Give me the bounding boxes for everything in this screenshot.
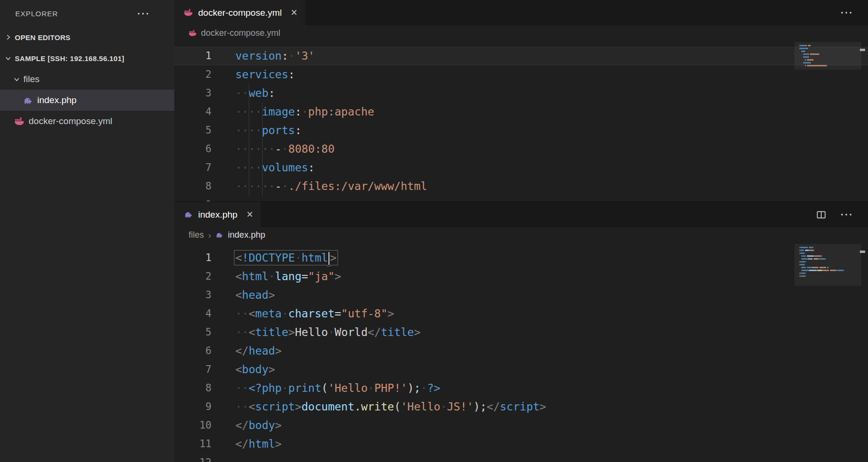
text-cursor bbox=[328, 252, 329, 265]
code-line: 1version:·'3' bbox=[174, 47, 868, 65]
code-line: 11</html> bbox=[174, 435, 868, 453]
chevron-down-icon bbox=[12, 75, 21, 84]
line-number: 9 bbox=[174, 398, 212, 416]
code-line: 12 bbox=[174, 453, 868, 462]
code-line: 7····volumes: bbox=[174, 158, 868, 177]
indent-guide bbox=[249, 84, 249, 196]
tree-item-label: index.php bbox=[37, 95, 76, 105]
line-number: 5 bbox=[174, 323, 212, 342]
workspace-section[interactable]: SAMPLE [SSH: 192.168.56.101] bbox=[0, 48, 174, 69]
line-number: 6 bbox=[174, 140, 212, 158]
tree-item-label: docker-compose.yml bbox=[29, 116, 112, 126]
breadcrumb: docker-compose.yml bbox=[174, 25, 868, 41]
tab-docker-compose-yml[interactable]: docker-compose.yml × bbox=[174, 0, 305, 25]
line-number: 2 bbox=[174, 267, 212, 286]
line-number: 5 bbox=[174, 121, 212, 140]
workspace-label: SAMPLE [SSH: 192.168.56.101] bbox=[15, 54, 124, 63]
docker-icon bbox=[14, 116, 24, 126]
editor-actions: ⋯ bbox=[840, 0, 868, 25]
more-actions-icon[interactable]: ⋯ bbox=[840, 208, 853, 221]
code-line: 9 bbox=[174, 196, 868, 201]
tab-index-php[interactable]: index.php × bbox=[174, 202, 261, 227]
tab-label: index.php bbox=[198, 210, 237, 220]
chevron-down-icon bbox=[4, 54, 12, 63]
tab-bar: index.php × ⋯ bbox=[174, 202, 868, 227]
line-number: 11 bbox=[174, 435, 212, 453]
code-line: 8······-·./files:/var/www/html bbox=[174, 177, 868, 196]
line-number: 1 bbox=[174, 249, 212, 267]
editor-actions: ⋯ bbox=[816, 202, 868, 227]
line-number: 2 bbox=[174, 65, 212, 84]
php-icon bbox=[215, 231, 223, 239]
code-line: 3<head> bbox=[174, 286, 868, 304]
code-line: 2<html·lang="ja"> bbox=[174, 267, 868, 286]
breadcrumb-file[interactable]: index.php bbox=[228, 230, 265, 240]
editor-group-bottom: index.php × ⋯ files › index.php 1<!DOCTY… bbox=[174, 201, 868, 462]
line-number: 10 bbox=[174, 416, 212, 435]
tab-bar: docker-compose.yml × ⋯ bbox=[174, 0, 868, 25]
code-line: 5····ports: bbox=[174, 121, 868, 140]
breadcrumb-folder[interactable]: files bbox=[189, 230, 204, 240]
editor-area: docker-compose.yml × ⋯ docker-compose.ym… bbox=[174, 0, 868, 462]
chevron-right-icon bbox=[4, 33, 12, 42]
open-editors-label: OPEN EDITORS bbox=[15, 33, 71, 42]
code-line: 4··<meta·charset="utf-8"> bbox=[174, 304, 868, 323]
editor-group-top: docker-compose.yml × ⋯ docker-compose.ym… bbox=[174, 0, 868, 201]
minimap[interactable] bbox=[799, 247, 857, 281]
tree-item-label: files bbox=[23, 74, 40, 84]
line-number: 4 bbox=[174, 103, 212, 121]
line-number: 3 bbox=[174, 84, 212, 103]
code-line: 1<!DOCTYPE·html> bbox=[174, 249, 868, 267]
vscode-window: EXPLORER ⋯ OPEN EDITORS SAMPLE [SSH: 192… bbox=[0, 0, 868, 462]
line-number: 8 bbox=[174, 379, 212, 398]
tree-item-index-php[interactable]: index.php bbox=[0, 90, 174, 111]
tree-item-docker-compose[interactable]: docker-compose.yml bbox=[0, 111, 174, 132]
current-line-box: <!DOCTYPE·html> bbox=[235, 252, 337, 264]
line-number: 7 bbox=[174, 360, 212, 379]
line-number: 4 bbox=[174, 304, 212, 323]
code-line: 2services: bbox=[174, 65, 868, 84]
code-editor-docker-compose[interactable]: 1version:·'3'2services:3··web:4····image… bbox=[174, 41, 868, 201]
more-actions-icon[interactable]: ⋯ bbox=[840, 6, 853, 19]
docker-icon bbox=[184, 8, 193, 17]
code-line: 7<body> bbox=[174, 360, 868, 379]
close-tab-icon[interactable]: × bbox=[246, 209, 253, 220]
explorer-more-actions-icon[interactable]: ⋯ bbox=[137, 7, 149, 20]
code-line: 4····image:·php:apache bbox=[174, 103, 868, 121]
code-line: 6</head> bbox=[174, 342, 868, 360]
tab-label: docker-compose.yml bbox=[198, 8, 282, 18]
line-number: 9 bbox=[174, 196, 212, 201]
breadcrumb-separator-icon: › bbox=[208, 230, 211, 241]
docker-icon bbox=[189, 29, 197, 37]
line-number: 3 bbox=[174, 286, 212, 304]
line-number: 8 bbox=[174, 177, 212, 196]
code-line: 8··<?php·print('Hello·PHP!');·?> bbox=[174, 379, 868, 398]
close-tab-icon[interactable]: × bbox=[291, 7, 297, 18]
code-line: 5··<title>Hello·World</title> bbox=[174, 323, 868, 342]
line-number: 12 bbox=[174, 453, 212, 462]
open-editors-section[interactable]: OPEN EDITORS bbox=[0, 27, 174, 48]
indent-guide bbox=[262, 103, 263, 196]
code-line: 10</body> bbox=[174, 416, 868, 435]
split-editor-icon[interactable] bbox=[816, 210, 826, 220]
file-tree: files index.php docker-compose.yml bbox=[0, 69, 174, 132]
code-editor-index-php[interactable]: 1<!DOCTYPE·html>2<html·lang="ja">3<head>… bbox=[174, 243, 868, 462]
code-line: 3··web: bbox=[174, 84, 868, 103]
php-icon bbox=[23, 95, 33, 105]
overview-ruler-cursor-mark bbox=[860, 251, 865, 253]
line-number: 6 bbox=[174, 342, 212, 360]
code-line: 9··<script>document.write('Hello·JS!');<… bbox=[174, 398, 868, 416]
breadcrumb: files › index.php bbox=[174, 227, 868, 243]
explorer-title: EXPLORER bbox=[15, 10, 58, 18]
line-number: 1 bbox=[174, 47, 212, 65]
overview-ruler-cursor-mark bbox=[860, 49, 865, 51]
explorer-sidebar: EXPLORER ⋯ OPEN EDITORS SAMPLE [SSH: 192… bbox=[0, 0, 174, 462]
line-number: 7 bbox=[174, 158, 212, 177]
code-line: 6······-·8080:80 bbox=[174, 140, 868, 158]
breadcrumb-file[interactable]: docker-compose.yml bbox=[201, 28, 280, 38]
explorer-header: EXPLORER ⋯ bbox=[0, 0, 174, 27]
tree-item-files-folder[interactable]: files bbox=[0, 69, 174, 90]
php-icon bbox=[184, 210, 193, 219]
minimap[interactable] bbox=[799, 45, 857, 71]
